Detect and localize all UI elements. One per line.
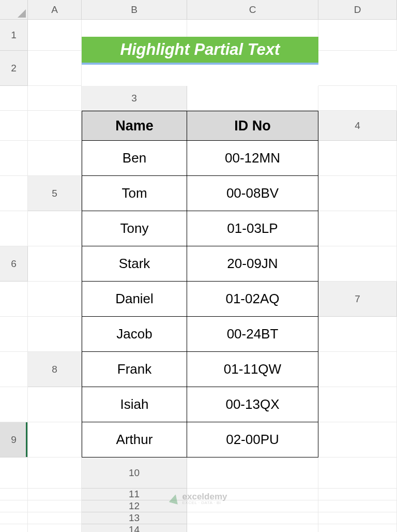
cell-d7[interactable] — [0, 352, 28, 387]
cell-name[interactable]: Stark — [82, 246, 187, 282]
cell-b13[interactable] — [318, 512, 397, 524]
row-header-9[interactable]: 9 — [0, 422, 28, 457]
table-row: Daniel 01-02AQ — [82, 282, 318, 317]
cell-d4[interactable] — [0, 176, 28, 211]
watermark-sub: EXCEL · DATA · BI — [182, 501, 227, 505]
cell-name[interactable]: Arthur — [82, 422, 187, 457]
cell-b8[interactable] — [0, 387, 28, 422]
cell-c10[interactable] — [0, 489, 28, 500]
cell-b2[interactable] — [318, 51, 397, 86]
cell-a5[interactable] — [318, 176, 397, 211]
cell-c6[interactable] — [0, 282, 28, 317]
cell-b6[interactable] — [318, 246, 397, 282]
cell-d5[interactable] — [318, 211, 397, 246]
table-row: Tony 01-03LP — [82, 211, 318, 246]
cell-name[interactable]: Daniel — [82, 282, 187, 317]
cell-d1[interactable] — [318, 20, 397, 51]
table-header-row: Name ID No — [82, 111, 318, 141]
cell-id[interactable]: 00-12MN — [187, 141, 318, 176]
table-header-name[interactable]: Name — [82, 111, 187, 141]
col-header-c[interactable]: C — [187, 0, 318, 20]
cell-id[interactable]: 00-24BT — [187, 317, 318, 352]
table-row: Jacob 00-24BT — [82, 317, 318, 352]
cell-c3[interactable] — [0, 111, 28, 141]
cell-b11[interactable] — [318, 489, 397, 500]
table-row: Arthur 02-00PU — [82, 422, 318, 457]
row-header-6[interactable]: 6 — [0, 246, 28, 282]
row-header-13[interactable]: 13 — [82, 512, 187, 524]
cell-name[interactable]: Jacob — [82, 317, 187, 352]
cell-id[interactable]: 00-13QX — [187, 387, 318, 422]
page-title: Highlight Partial Text — [82, 37, 318, 65]
cell-a2[interactable] — [28, 51, 82, 86]
row-header-7[interactable]: 7 — [318, 282, 397, 317]
cell-id[interactable]: 20-09JN — [187, 246, 318, 282]
cell-d6[interactable] — [28, 282, 82, 317]
title-banner: Highlight Partial Text — [82, 33, 318, 68]
cell-c13[interactable] — [0, 524, 28, 532]
row-header-8[interactable]: 8 — [28, 352, 82, 387]
cell-c11[interactable] — [0, 500, 28, 512]
cell-c4[interactable] — [318, 141, 397, 176]
cell-c12[interactable] — [0, 512, 28, 524]
row-header-4[interactable]: 4 — [318, 111, 397, 141]
cell-a8[interactable] — [318, 352, 397, 387]
cell-b14[interactable] — [318, 524, 397, 532]
cell-c2[interactable] — [0, 86, 28, 111]
cell-d11[interactable] — [28, 500, 82, 512]
cell-id[interactable]: 00-08BV — [187, 176, 318, 211]
cell-name[interactable]: Tony — [82, 211, 187, 246]
table-row: Stark 20-09JN — [82, 246, 318, 282]
row-header-1[interactable]: 1 — [0, 20, 28, 51]
select-all-corner[interactable] — [0, 0, 28, 20]
cell-b9[interactable] — [318, 422, 397, 457]
cell-d12[interactable] — [28, 512, 82, 524]
table-row: Ben 00-12MN — [82, 141, 318, 176]
cell-name[interactable]: Tom — [82, 176, 187, 211]
row-header-3[interactable]: 3 — [82, 86, 187, 111]
row-header-2[interactable]: 2 — [0, 51, 28, 86]
cell-a10[interactable] — [187, 457, 318, 489]
row-header-14[interactable]: 14 — [82, 524, 187, 532]
cell-id[interactable]: 01-02AQ — [187, 282, 318, 317]
cell-a13[interactable] — [187, 512, 318, 524]
cell-b12[interactable] — [318, 500, 397, 512]
cell-d13[interactable] — [28, 524, 82, 532]
watermark-icon — [169, 493, 180, 504]
table-header-id[interactable]: ID No — [187, 111, 318, 141]
cell-id[interactable]: 01-11QW — [187, 352, 318, 387]
cell-a14[interactable] — [187, 524, 318, 532]
cell-d10[interactable] — [28, 489, 82, 500]
cell-c7[interactable] — [318, 317, 397, 352]
col-header-b[interactable]: B — [82, 0, 187, 20]
col-header-a[interactable]: A — [28, 0, 82, 20]
cell-b5[interactable] — [0, 211, 28, 246]
cell-b3[interactable] — [318, 86, 397, 111]
cell-d3[interactable] — [28, 111, 82, 141]
cell-d2[interactable] — [28, 86, 82, 111]
cell-b7[interactable] — [28, 317, 82, 352]
cell-a4[interactable] — [0, 141, 28, 176]
cell-a7[interactable] — [0, 317, 28, 352]
cell-id[interactable]: 02-00PU — [187, 422, 318, 457]
table-row: Isiah 00-13QX — [82, 387, 318, 422]
cell-b4[interactable] — [28, 141, 82, 176]
cell-a3[interactable] — [187, 86, 318, 111]
cell-name[interactable]: Ben — [82, 141, 187, 176]
cell-c8[interactable] — [28, 387, 82, 422]
cell-name[interactable]: Isiah — [82, 387, 187, 422]
cell-id[interactable]: 01-03LP — [187, 211, 318, 246]
cell-a1[interactable] — [28, 20, 82, 51]
cell-d9[interactable] — [28, 457, 82, 489]
row-header-10[interactable]: 10 — [82, 457, 187, 489]
cell-b10[interactable] — [318, 457, 397, 489]
col-header-d[interactable]: D — [318, 0, 397, 20]
cell-a9[interactable] — [28, 422, 82, 457]
cell-a6[interactable] — [28, 246, 82, 282]
cell-c9[interactable] — [0, 457, 28, 489]
cell-c5[interactable] — [28, 211, 82, 246]
cell-name[interactable]: Frank — [82, 352, 187, 387]
table-row: Frank 01-11QW — [82, 352, 318, 387]
row-header-5[interactable]: 5 — [28, 176, 82, 211]
cell-d8[interactable] — [318, 387, 397, 422]
